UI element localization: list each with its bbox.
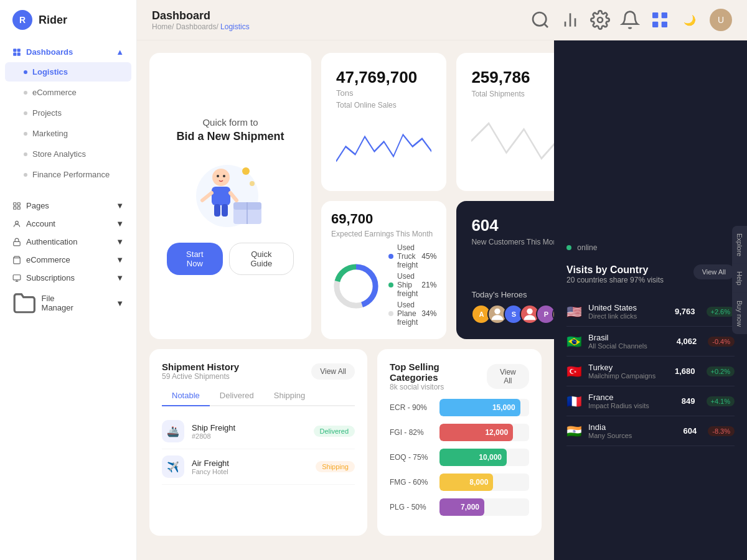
flag-fr: 🇫🇷: [566, 394, 582, 409]
grid-icon[interactable]: [650, 10, 670, 30]
sidebar-item-projects[interactable]: Projects: [5, 103, 131, 123]
chart-icon[interactable]: [560, 10, 580, 30]
theme-icon[interactable]: 🌙: [680, 10, 700, 30]
buy-now-tab[interactable]: Buy now: [732, 293, 747, 334]
dashboards-label: Dashboards: [26, 47, 73, 57]
categories-title: Top Selling Categories: [390, 362, 487, 383]
svg-rect-7: [17, 207, 20, 209]
ship-info-2: Air Freight Fancy Hotel: [192, 459, 308, 475]
change-tr: +0.2%: [707, 366, 735, 376]
svg-point-37: [223, 175, 225, 177]
categories-view-all-button[interactable]: View All: [487, 364, 529, 389]
customers-label: New Customers This Month: [471, 238, 554, 246]
categories-subtitle: 8k social visitors: [390, 383, 487, 391]
logo-icon: R: [12, 10, 32, 30]
search-icon[interactable]: [530, 10, 550, 30]
svg-rect-21: [662, 12, 667, 18]
country-view-all-button[interactable]: View All: [693, 264, 735, 279]
dark-top-area: online: [566, 53, 735, 264]
country-info-tr: Turkey Mailchimp Campaigns: [588, 363, 669, 380]
shipment-header: Shipment History 59 Active Shipments Vie…: [162, 362, 355, 381]
sidebar-item-ecommerce[interactable]: eCommerce: [5, 83, 131, 102]
plane-legend: Used Plane freight 34%: [388, 301, 436, 327]
earnings-value: 69,700: [331, 211, 436, 227]
sidebar-item-logistics[interactable]: Logistics: [5, 62, 131, 82]
country-header: Visits by Country 20 countries share 97%…: [566, 264, 735, 294]
bar-fill-fgi: 12,000: [439, 424, 513, 441]
country-info-br: Brasil All Social Channels: [588, 333, 670, 350]
countries-list: 🇺🇸 United States Direct link clicks 9,76…: [566, 297, 735, 446]
user-avatar[interactable]: U: [710, 9, 732, 31]
categories-bars: ECR - 90% 15,000 FGI - 82% 12,000: [390, 399, 529, 516]
tab-notable[interactable]: Notable: [162, 386, 210, 406]
country-tr: 🇹🇷 Turkey Mailchimp Campaigns 1,680 +0.2…: [566, 357, 735, 386]
bar-fmg: FMG - 60% 8,000: [390, 474, 529, 491]
start-now-button[interactable]: Start Now: [167, 243, 223, 275]
heroes-avatars: A S P +2: [471, 304, 554, 324]
bar-fill-plg: 7,000: [439, 498, 484, 516]
shipment-item-2: ✈️ Air Freight Fancy Hotel Shipping: [162, 449, 355, 485]
account-group[interactable]: Account ▼: [0, 213, 136, 231]
hero-buttons: Start Now Quick Guide: [167, 243, 294, 275]
dashboards-section[interactable]: Dashboards ▲: [0, 42, 136, 62]
svg-rect-1: [17, 49, 21, 52]
bar-fill-eoq: 10,000: [439, 449, 507, 466]
explore-tab[interactable]: Explore: [732, 226, 747, 264]
subscriptions-group[interactable]: Subscriptions ▼: [0, 267, 136, 285]
shipments-value: 259,786: [471, 68, 554, 87]
authentication-label: Authentication: [26, 237, 77, 246]
help-tab[interactable]: Help: [732, 264, 747, 293]
earnings-label: Expected Earnings This Month: [331, 230, 436, 238]
tab-delivered[interactable]: Delivered: [210, 386, 264, 406]
sidebar: R Rider Dashboards ▲ Logistics eCommerce…: [0, 0, 137, 560]
svg-rect-22: [652, 22, 658, 27]
ship-icon: 🚢: [162, 420, 184, 442]
ecommerce-group[interactable]: eCommerce ▼: [0, 249, 136, 267]
right-panel: online Visits by Country 20 countries sh…: [554, 40, 747, 560]
total-sales-label: Total Online Sales: [336, 101, 431, 110]
country-br: 🇧🇷 Brasil All Social Channels 4,062 -0.4…: [566, 327, 735, 357]
sidebar-item-store-analytics[interactable]: Store Analytics: [5, 144, 131, 164]
svg-rect-9: [14, 241, 21, 245]
bar-plg: PLG - 50% 7,000: [390, 498, 529, 516]
truck-legend: Used Truck freight 45%: [388, 243, 436, 269]
settings-icon[interactable]: [590, 10, 610, 30]
authentication-group[interactable]: Authentication ▼: [0, 231, 136, 249]
sidebar-item-marketing[interactable]: Marketing: [5, 124, 131, 143]
change-br: -0.4%: [708, 337, 735, 347]
svg-rect-23: [662, 22, 667, 27]
country-us: 🇺🇸 United States Direct link clicks 9,76…: [566, 297, 735, 327]
total-shipments-card: 259,786 Total Shipments: [456, 53, 554, 191]
shipments-mini-chart: [471, 106, 554, 176]
country-subtitle: 20 countries share 97% visits: [566, 276, 664, 284]
change-fr: +4.1%: [707, 396, 735, 406]
tab-shipping[interactable]: Shipping: [264, 386, 316, 406]
svg-rect-31: [212, 187, 230, 205]
svg-rect-3: [17, 52, 21, 55]
total-sales-value: 47,769,700 Tons: [336, 68, 431, 98]
shipment-subtitle: 59 Active Shipments: [162, 372, 239, 381]
svg-rect-4: [14, 202, 16, 205]
svg-point-43: [527, 309, 533, 314]
app-logo[interactable]: R Rider: [0, 10, 136, 42]
country-info-us: United States Direct link clicks: [588, 303, 669, 320]
country-fr: 🇫🇷 France Impact Radius visits 849 +4.1%: [566, 386, 735, 416]
total-sales-card: 47,769,700 Tons Total Online Sales: [321, 53, 446, 191]
ship-legend: Used Ship freight 21%: [388, 272, 436, 298]
shipment-view-all-button[interactable]: View All: [311, 363, 355, 380]
quick-guide-button[interactable]: Quick Guide: [229, 243, 294, 275]
hero-subtitle: Bid a New Shipment: [176, 130, 284, 143]
notification-icon[interactable]: [620, 10, 640, 30]
bottom-row: Shipment History 59 Active Shipments Vie…: [149, 349, 542, 536]
bar-fill-ecr: 15,000: [439, 399, 520, 416]
change-in: -8.3%: [708, 426, 735, 436]
ship-name-1: Ship Freight: [192, 423, 306, 432]
pages-group[interactable]: Pages ▼: [0, 195, 136, 213]
hero-card: Quick form to Bid a New Shipment: [149, 53, 311, 339]
shipments-label: Total Shipments: [471, 90, 554, 98]
sidebar-item-finance[interactable]: Finance Performance: [5, 165, 131, 184]
file-manager-group[interactable]: File Manager ▼: [0, 285, 136, 318]
account-label: Account: [26, 219, 55, 228]
todays-heroes-label: Today's Heroes: [471, 290, 554, 299]
flag-us: 🇺🇸: [566, 304, 582, 319]
